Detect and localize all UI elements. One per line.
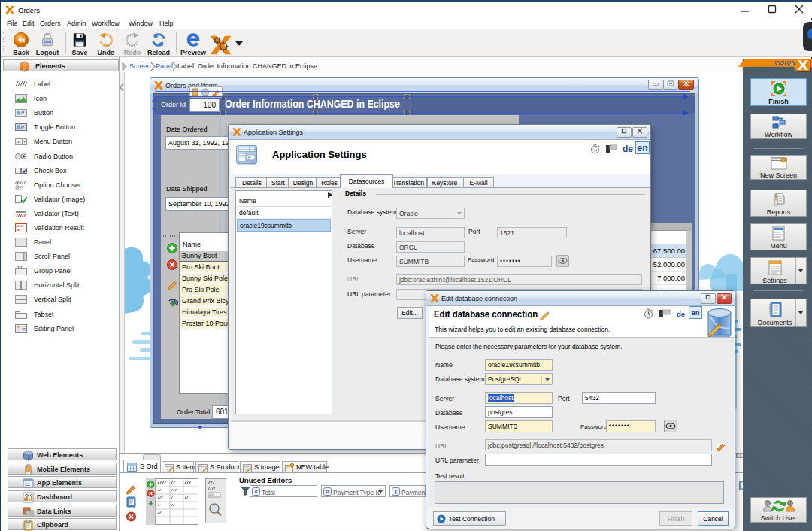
svg-text:#: # (326, 488, 329, 495)
svg-text:T: T (394, 488, 398, 496)
svg-text:#: # (254, 488, 258, 495)
